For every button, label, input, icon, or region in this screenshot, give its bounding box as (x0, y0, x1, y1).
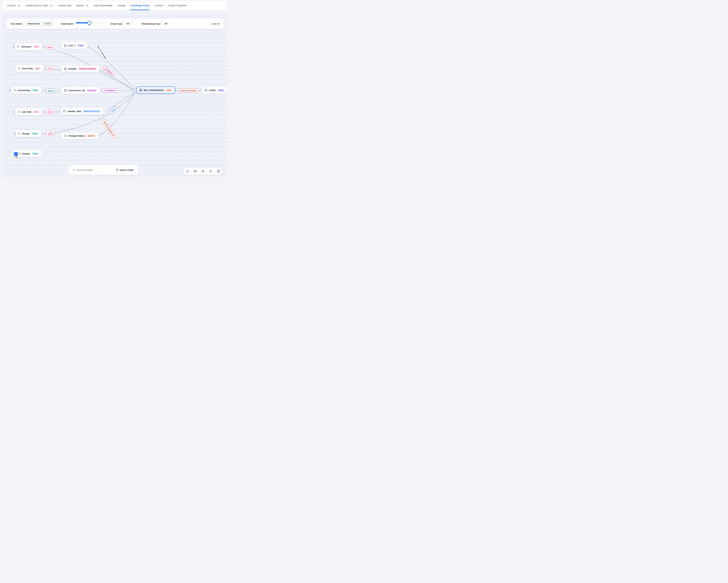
center-focus-icon (186, 170, 189, 173)
node-fact-transactions[interactable]: fact_transactions Table (136, 86, 176, 94)
node-lalo-sala[interactable]: 12 Lalo Sala User (15, 108, 42, 115)
mouse-cursor-icon (15, 155, 19, 160)
node-live-1[interactable]: Live_1 Entity (61, 42, 87, 49)
edge-label-uses[interactable]: Uses (46, 110, 54, 114)
tab-label: Queries (76, 4, 84, 7)
gear-icon (64, 134, 67, 137)
node-label: Accounting (18, 89, 30, 92)
relationship-type-label: Relationship Type: (142, 23, 161, 25)
vector-square-icon (64, 44, 67, 47)
relationship-type-value: All (165, 23, 167, 25)
edge-label-uses[interactable]: Uses (46, 46, 54, 50)
node-label: fact_transactions (144, 89, 164, 91)
user-icon (18, 132, 21, 135)
entity-type-value: All (127, 23, 129, 25)
node-gus-fring[interactable]: Gus Fring User (15, 65, 43, 72)
tab-activity-feeds[interactable]: Activity Feeds & Tasks 0 (26, 1, 53, 10)
node-type-badge: Database Service (82, 110, 101, 113)
node-depth-slider[interactable]: 1 3 5 (76, 21, 103, 27)
edge-label-owns[interactable]: Owns (46, 89, 55, 93)
tab-sample-data[interactable]: Sample Data (58, 1, 71, 10)
relationship-type-dropdown[interactable]: All (163, 21, 172, 26)
graph-footer-panel: Export Graph (68, 165, 138, 175)
tab-label: Contract (155, 4, 163, 7)
tab-knowledge-graph[interactable]: Knowledge Graph (130, 1, 150, 10)
user-icon (17, 110, 20, 113)
node-design-team-collapsed[interactable]: Design Team + (13, 150, 41, 157)
export-graph-button[interactable]: Export Graph (113, 166, 136, 173)
zoom-out-icon (209, 170, 212, 173)
node-accounting[interactable]: 12 Accounting Team (11, 87, 41, 94)
entity-type-label: Entity Type: (111, 23, 123, 25)
tab-columns[interactable]: Columns 6 (7, 1, 21, 10)
database-icon (64, 89, 67, 92)
node-type-badge: User (33, 45, 40, 48)
node-jimmymc[interactable]: 12 Jimmymc User (15, 43, 42, 50)
search-icon (73, 169, 75, 171)
graph-search-input[interactable] (77, 169, 109, 171)
entity-type-dropdown[interactable]: All (125, 21, 134, 26)
node-label: ecommerce_db (68, 89, 85, 92)
node-ecommerce-db[interactable]: ecommerce_db Database (61, 87, 100, 94)
tab-queries[interactable]: Queries 0 (76, 1, 89, 10)
view-mode-radial-button[interactable]: Radial (42, 21, 53, 26)
node-type-badge: System (86, 134, 96, 137)
view-mode-hierarchical-button[interactable]: Hierarchical (25, 21, 42, 26)
tab-label: Data Observability (94, 4, 112, 7)
zoom-in-button[interactable] (199, 168, 207, 174)
node-cogs[interactable]: 12 COGS Entity (202, 87, 226, 94)
node-design-team[interactable]: 12 Design Team (16, 130, 41, 137)
node-sample-data[interactable]: sample_data Database Service (60, 108, 103, 115)
tab-lineage[interactable]: Lineage (118, 1, 125, 10)
view-mode-label: View Mode: (10, 23, 23, 25)
node-label: sample_data (68, 110, 81, 113)
node-label: Gus Fring (22, 67, 33, 70)
tab-label: Custom Properties (168, 4, 187, 7)
node-type-badge: Team (31, 132, 39, 135)
node-label: Live_1 (68, 44, 75, 47)
graph-search-box[interactable] (71, 166, 111, 173)
node-type-badge: User (34, 67, 41, 70)
graph-filter-toolbar: View Mode: Hierarchical Radial Node Dept… (6, 19, 224, 29)
node-change-history[interactable]: Change History System (61, 132, 98, 139)
node-type-badge: Table (165, 88, 173, 92)
fullscreen-icon (217, 170, 220, 173)
user-icon (18, 67, 21, 70)
node-label: Jimmymc (21, 46, 32, 48)
user-icon (13, 89, 16, 92)
zoom-out-button[interactable] (207, 168, 214, 174)
node-label: COGS (209, 89, 216, 92)
canvas-zoom-toolbar (184, 168, 222, 175)
tab-custom-properties[interactable]: Custom Properties (168, 1, 187, 10)
node-label: Lalo Sala (21, 111, 31, 113)
tab-count-badge: 0 (85, 4, 89, 7)
slider-handle[interactable] (87, 21, 92, 25)
clear-all-button[interactable]: Clear All (212, 23, 220, 25)
tab-data-observability[interactable]: Data Observability (94, 1, 112, 10)
export-icon (116, 169, 119, 171)
export-graph-label: Export Graph (120, 169, 134, 171)
edge-label-used-to-calculate[interactable]: used to calculate (178, 89, 198, 93)
fullscreen-button[interactable] (214, 168, 222, 174)
node-type-badge: Entity (217, 89, 225, 92)
edge-label-uses[interactable]: Uses (46, 66, 54, 71)
minimap-button[interactable] (191, 168, 199, 174)
node-type-badge: User (33, 110, 40, 113)
tab-label: Activity Feeds & Tasks (26, 4, 48, 7)
graph-canvas[interactable]: View Mode: Hierarchical Radial Node Dept… (3, 14, 226, 177)
database-service-icon (63, 110, 66, 113)
node-label: Design (22, 152, 30, 155)
tab-label: Sample Data (58, 4, 71, 7)
tab-count-badge: 0 (50, 4, 53, 7)
node-shopify[interactable]: Shopify Database Schema (61, 65, 99, 72)
node-label: Shopify (68, 67, 77, 70)
view-mode-segmented-control: Hierarchical Radial (25, 21, 53, 27)
tab-contract[interactable]: Contract (155, 1, 163, 10)
knowledge-graph-screen: Columns 6 Activity Feeds & Tasks 0 Sampl… (0, 0, 228, 178)
edge-label-in-database[interactable]: In database (103, 88, 118, 92)
tick-max: 5 (102, 25, 103, 26)
user-icon (18, 152, 21, 155)
edge-label-uses[interactable]: Uses (46, 132, 55, 136)
node-label: Design (22, 132, 30, 135)
center-focus-button[interactable] (184, 168, 191, 174)
